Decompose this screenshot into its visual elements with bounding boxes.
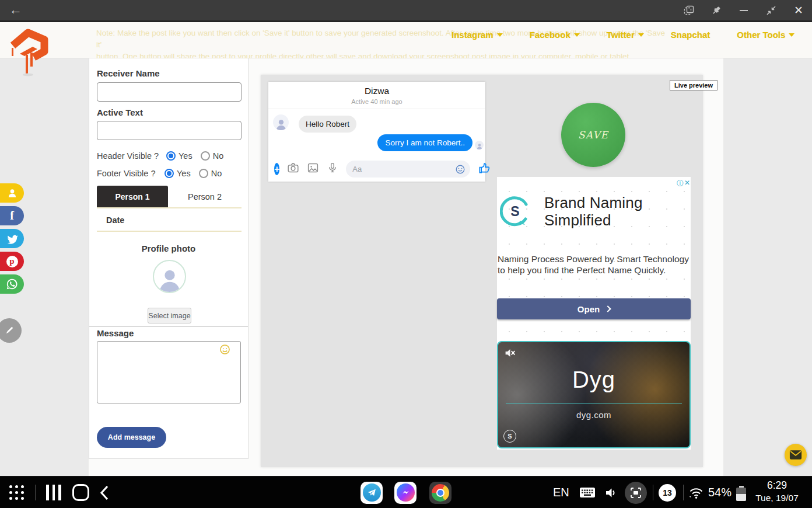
minimize-icon[interactable] — [738, 5, 749, 16]
thumbs-up-icon[interactable] — [478, 161, 491, 177]
camera-icon[interactable] — [287, 162, 299, 176]
screen: ← ✕ Note: Make the post like you want th… — [0, 0, 812, 508]
nav-instagram[interactable]: Instagram — [452, 30, 503, 40]
divider — [683, 485, 684, 500]
edit-widget-button[interactable] — [0, 318, 22, 343]
photo-icon[interactable] — [307, 162, 319, 176]
notification-count-button[interactable]: 13 — [659, 476, 676, 508]
active-text-input[interactable] — [97, 121, 242, 140]
ad-open-button[interactable]: Open — [497, 298, 691, 319]
divider — [506, 403, 682, 403]
back-button[interactable] — [99, 476, 109, 508]
site-logo[interactable] — [5, 23, 52, 79]
caret-down-icon — [574, 33, 580, 37]
chrome-icon — [432, 484, 449, 502]
clock[interactable]: 6:29 Tue, 19/07 — [747, 479, 807, 503]
screenshot-capture-icon[interactable] — [684, 5, 694, 16]
volume-button[interactable] — [604, 476, 618, 508]
pin-icon[interactable] — [711, 5, 722, 16]
main-nav: Instagram Facebook Twitter Snapchat Othe… — [452, 30, 794, 40]
screen-capture-button[interactable] — [625, 476, 647, 508]
chevron-right-icon — [605, 305, 611, 312]
chat-receiver-name: Dizwa — [268, 86, 485, 96]
ad-headline[interactable]: Brand Naming Simplified — [544, 194, 643, 229]
select-image-button[interactable]: Select image — [148, 308, 191, 323]
pencil-icon — [4, 325, 15, 336]
facebook-icon: f — [10, 209, 14, 222]
profile-photo-placeholder[interactable] — [153, 260, 186, 293]
footer-visible-no-radio[interactable] — [199, 169, 208, 178]
ad-body-text: Naming Process Powered by Smart Technolo… — [498, 253, 690, 276]
home-icon — [72, 484, 89, 501]
chat-header: Dizwa Active 40 min ago — [268, 82, 485, 109]
receiver-name-input[interactable] — [97, 82, 242, 102]
pinterest-icon: p — [6, 256, 18, 267]
tab-person-2[interactable]: Person 2 — [168, 186, 242, 207]
nav-facebook[interactable]: Facebook — [530, 30, 580, 40]
chat-message-received: Hello Robert — [299, 116, 356, 133]
seen-indicator-avatar — [475, 141, 484, 149]
person-icon — [6, 187, 18, 199]
footer-visible-yes-radio[interactable] — [164, 169, 174, 178]
twitter-share-button[interactable] — [0, 229, 24, 248]
restore-down-icon[interactable] — [766, 5, 776, 16]
pinterest-share-button[interactable]: p — [0, 252, 24, 271]
keyboard-icon — [579, 486, 596, 499]
tab-person-1[interactable]: Person 1 — [97, 186, 168, 207]
caret-down-icon — [638, 33, 644, 37]
tab-date[interactable]: Date — [97, 209, 242, 232]
wifi-icon — [688, 486, 704, 500]
notification-count-badge: 13 — [659, 484, 676, 502]
muted-speaker-icon[interactable] — [504, 347, 516, 361]
receiver-name-label: Receiver Name — [97, 68, 160, 78]
battery-icon — [736, 486, 746, 501]
caret-down-icon — [789, 33, 794, 37]
microphone-icon[interactable] — [327, 162, 338, 176]
ad-video-player[interactable]: Dyg dyg.com S — [497, 341, 691, 448]
nav-other-tools[interactable]: Other Tools — [737, 30, 794, 40]
back-chevron-icon — [99, 485, 109, 501]
save-button[interactable]: SAVE — [561, 103, 625, 167]
header-visible-yes-radio[interactable] — [166, 151, 176, 161]
add-message-button[interactable]: Add message — [97, 427, 166, 448]
person-silhouette-icon — [156, 265, 183, 292]
profile-share-button[interactable] — [0, 183, 24, 203]
language-indicator[interactable]: EN — [553, 476, 569, 508]
screen-capture-icon — [629, 486, 643, 500]
whatsapp-share-button[interactable] — [0, 274, 24, 294]
keyboard-button[interactable] — [579, 476, 596, 508]
chat-composer-toolbar: + — [274, 161, 480, 178]
nav-snapchat[interactable]: Snapchat — [671, 30, 710, 40]
chat-active-status: Active 40 min ago — [268, 98, 485, 105]
envelope-icon — [789, 450, 802, 460]
footer-visible-row: Footer Visible ? Yes No — [97, 169, 222, 178]
live-preview-badge: Live preview — [670, 80, 718, 91]
chat-composer-input[interactable] — [352, 165, 455, 173]
system-taskbar: EN 13 54% 6:29 Tue, 19/07 — [0, 476, 812, 508]
home-button[interactable] — [72, 476, 89, 508]
nav-twitter[interactable]: Twitter — [607, 30, 644, 40]
recent-apps-button[interactable] — [46, 476, 61, 508]
taskbar-time: 6:29 — [747, 479, 807, 492]
adchoices-info-icon[interactable]: ⓘ — [677, 179, 684, 189]
taskbar-telegram[interactable] — [360, 476, 383, 508]
person-tabs-row: Person 1 Person 2 — [97, 186, 242, 208]
taskbar-chrome[interactable] — [429, 476, 452, 508]
chat-text-composer[interactable] — [346, 161, 470, 178]
recent-apps-icon — [46, 485, 61, 500]
apps-grid-button[interactable] — [9, 476, 24, 508]
contact-email-button[interactable] — [785, 444, 807, 466]
ad-close-icon[interactable]: ✕ — [684, 179, 690, 189]
facebook-share-button[interactable]: f — [0, 206, 24, 225]
close-icon[interactable]: ✕ — [793, 5, 804, 16]
emoji-picker-icon[interactable] — [219, 344, 230, 357]
divider — [653, 485, 653, 500]
taskbar-messenger[interactable] — [394, 476, 416, 508]
header-visible-no-radio[interactable] — [201, 151, 210, 161]
back-arrow-icon[interactable]: ← — [9, 2, 22, 18]
ad-video-logo-badge: S — [503, 430, 516, 443]
plus-icon[interactable]: + — [274, 163, 279, 175]
wifi-indicator[interactable] — [688, 476, 704, 508]
window-titlebar: ← ✕ — [0, 0, 812, 22]
active-text-label: Active Text — [97, 107, 143, 117]
